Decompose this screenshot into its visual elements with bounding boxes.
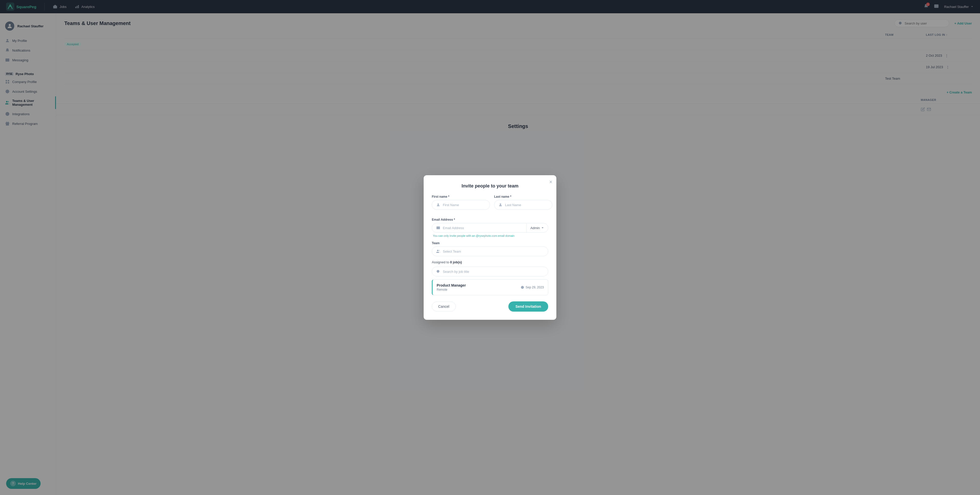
first-name-group: First name * <box>432 195 490 210</box>
clock-icon <box>520 286 524 289</box>
email-group: Email Address * Admin You can only invit… <box>432 218 548 237</box>
svg-point-20 <box>500 204 501 205</box>
job-title: Product Manager <box>437 283 466 287</box>
domain-hint: You can only invite people with an @ryse… <box>432 234 548 237</box>
job-date: Sep 29, 2023 <box>520 286 544 289</box>
name-row: First name * Last name * <box>432 195 548 214</box>
svg-line-23 <box>439 272 440 273</box>
first-name-label: First name * <box>432 195 490 198</box>
user-icon <box>498 203 503 207</box>
chevron-down-icon <box>541 226 544 230</box>
last-name-group: Last name * <box>494 195 552 210</box>
users-icon <box>436 249 440 253</box>
invite-modal: Invite people to your team × First name … <box>424 175 556 320</box>
job-date-text: Sep 29, 2023 <box>526 286 544 289</box>
first-name-input-wrap <box>432 200 490 210</box>
team-group: Team Select Team <box>432 241 548 256</box>
job-search <box>432 267 548 276</box>
user-icon <box>436 203 440 207</box>
team-label: Team <box>432 241 548 245</box>
svg-point-22 <box>437 270 439 273</box>
first-name-input[interactable] <box>443 203 486 207</box>
job-search-input[interactable] <box>443 270 544 273</box>
email-input[interactable] <box>443 226 522 230</box>
send-invitation-button[interactable]: Send Invitation <box>508 302 548 311</box>
cancel-button[interactable]: Cancel <box>432 302 456 311</box>
admin-label: Admin <box>530 226 540 230</box>
job-info: Product Manager Remote <box>437 283 466 291</box>
team-placeholder: Select Team <box>443 249 461 253</box>
svg-point-21 <box>437 250 438 251</box>
email-row: Admin <box>432 223 548 233</box>
search-icon <box>436 270 440 273</box>
email-label: Email Address * <box>432 218 548 222</box>
svg-point-19 <box>438 204 439 205</box>
last-name-label: Last name * <box>494 195 552 198</box>
assigned-label: Assigned to 0 job(s) <box>432 260 548 264</box>
modal-title: Invite people to your team <box>432 184 548 189</box>
email-input-wrap <box>432 223 527 232</box>
last-name-input-wrap <box>494 200 552 210</box>
modal-footer: Cancel Send Invitation <box>432 302 548 311</box>
mail-icon <box>436 226 440 230</box>
team-select[interactable]: Select Team <box>432 246 548 256</box>
modal-close-button[interactable]: × <box>549 179 552 184</box>
job-location: Remote <box>437 288 466 291</box>
last-name-input[interactable] <box>505 203 548 207</box>
role-select[interactable]: Admin <box>527 224 548 232</box>
modal-overlay: Invite people to your team × First name … <box>0 0 980 495</box>
job-item: Product Manager Remote Sep 29, 2023 <box>432 279 548 295</box>
